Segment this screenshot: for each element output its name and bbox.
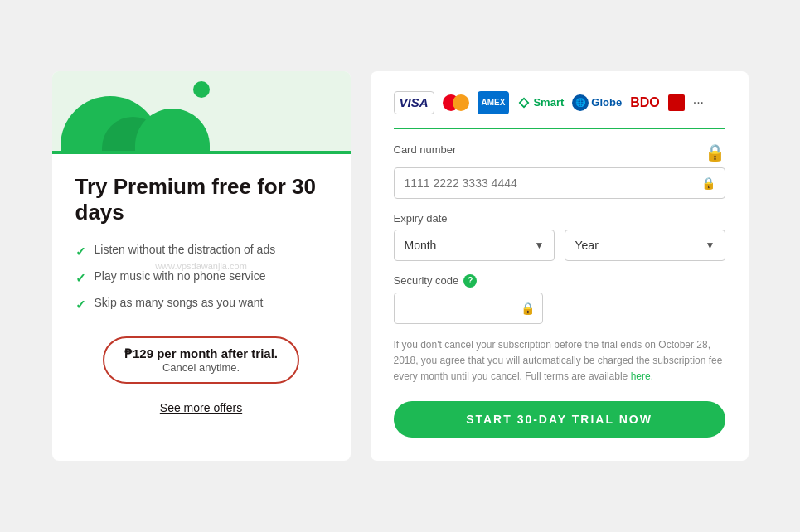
secure-lock-icon: 🔒 [705,143,725,162]
check-icon-1: ✓ [75,243,86,260]
page-container: Try Premium free for 30 days ✓ Listen wi… [2,38,798,495]
visa-logo: VISA [394,91,434,114]
year-select-wrapper: Year 201820192020 202120222023 ▼ [565,230,725,261]
expiry-group: Expiry date Month JanuaryFebruaryMarch A… [394,212,725,261]
premium-title: Try Premium free for 30 days [75,174,327,225]
month-select[interactable]: Month JanuaryFebruaryMarch AprilMayJune … [394,230,555,261]
feature-2: ✓ Play music with no phone service [75,268,327,287]
illustration [52,71,351,154]
pricing-container: ₱129 per month after trial. Cancel anyti… [75,336,327,384]
cloud-line [52,151,351,154]
card-number-input[interactable] [394,167,725,199]
feature-text-1: Listen without the distraction of ads [95,242,276,259]
security-lock-icon: 🔒 [521,302,535,315]
disclaimer-link[interactable]: here. [631,370,653,382]
expiry-label: Expiry date [394,212,725,225]
feature-3: ✓ Skip as many songs as you want [75,295,327,313]
expiry-row: Month JanuaryFebruaryMarch AprilMayJune … [394,230,725,261]
features-list: ✓ Listen without the distraction of ads … [75,242,327,313]
feature-text-3: Skip as many songs as you want [95,295,264,312]
security-code-label-text: Security code [394,274,459,287]
feature-text-2: Play music with no phone service [95,268,266,285]
month-select-wrapper: Month JanuaryFebruaryMarch AprilMayJune … [394,230,555,261]
left-panel: Try Premium free for 30 days ✓ Listen wi… [52,71,351,462]
amex-logo: AMEX [478,91,510,114]
disclaimer-text: If you don't cancel your subscription be… [394,339,723,382]
see-more[interactable]: See more offers [75,400,327,415]
payment-methods: VISA AMEX Smart 🌐 Globe BDO ··· [394,91,725,114]
card-number-input-wrapper: 🔒 [394,167,725,199]
smart-text: Smart [533,96,564,109]
more-payments[interactable]: ··· [693,91,704,114]
security-input-wrapper: 🔒 [394,293,543,324]
bdo-logo: BDO [630,91,660,114]
left-content: Try Premium free for 30 days ✓ Listen wi… [52,154,351,432]
mastercard-logo [443,91,469,114]
cloud-dot [193,81,210,98]
input-lock-icon: 🔒 [701,177,715,190]
card-number-label-row: Card number 🔒 [394,143,725,162]
right-panel: VISA AMEX Smart 🌐 Globe BDO ··· [371,71,749,462]
year-select[interactable]: Year 201820192020 202120222023 [565,230,725,261]
unknown-pm-logo [668,94,685,111]
check-icon-2: ✓ [75,269,86,287]
disclaimer: If you don't cancel your subscription be… [394,337,725,385]
smart-logo: Smart [517,91,564,114]
payment-divider [394,128,725,129]
security-code-group: Security code ? 🔒 [394,274,725,324]
pricing-oval: ₱129 per month after trial. Cancel anyti… [103,336,299,384]
pricing-main: ₱129 per month after trial. [124,346,278,361]
start-trial-button[interactable]: START 30-DAY TRIAL NOW [394,401,725,438]
mc-yellow [453,94,469,111]
see-more-link[interactable]: See more offers [160,401,242,414]
globe-circle-icon: 🌐 [572,94,589,111]
security-code-label-row: Security code ? [394,274,725,288]
security-info-icon[interactable]: ? [463,274,477,288]
feature-1: ✓ Listen without the distraction of ads [75,242,327,260]
card-number-label: Card number [394,143,457,156]
smart-diamond-icon [517,96,531,109]
check-icon-3: ✓ [75,296,86,313]
card-number-group: Card number 🔒 🔒 [394,143,725,199]
globe-text: Globe [591,96,622,109]
pricing-sub: Cancel anytime. [124,361,278,374]
globe-logo: 🌐 Globe [572,91,622,114]
